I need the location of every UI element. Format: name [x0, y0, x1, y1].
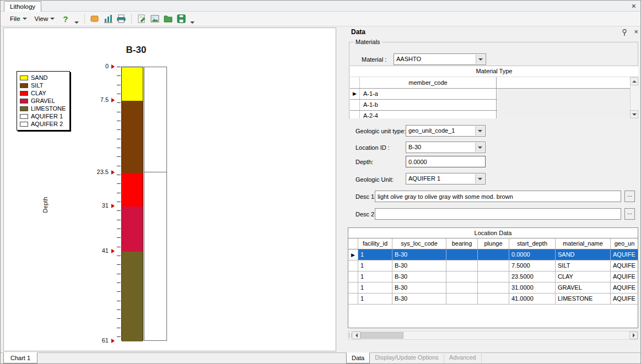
- location-cell: AQUIFE: [611, 282, 638, 293]
- tab-advanced[interactable]: Advanced: [444, 352, 482, 363]
- material-code-cell: A-2-4: [360, 111, 497, 118]
- geologic-unit-combobox[interactable]: AQUIFER 1: [406, 173, 486, 184]
- help-icon[interactable]: ?: [58, 14, 72, 24]
- edit-report-icon[interactable]: [136, 13, 147, 24]
- location-cell: B-30: [392, 271, 446, 282]
- chevron-down-icon[interactable]: [475, 143, 484, 152]
- tab-lithology[interactable]: Lithology: [4, 1, 41, 12]
- file-menu-label: File: [10, 15, 20, 22]
- materials-group-label: Materials: [354, 39, 382, 45]
- material-row[interactable]: A-2-4: [350, 111, 497, 118]
- tab-display-update-options[interactable]: Display/Update Options: [370, 352, 444, 363]
- material-combobox[interactable]: AASHTO: [394, 53, 486, 65]
- location-cell: SILT: [556, 260, 611, 271]
- scroll-down-button[interactable]: [630, 110, 638, 118]
- depth-marker-icon: [111, 170, 115, 175]
- row-selector[interactable]: [350, 111, 360, 118]
- chevron-down-icon[interactable]: [475, 126, 484, 135]
- location-cell: SAND: [556, 249, 611, 260]
- geologic-unit-label: Geologic Unit:: [355, 176, 394, 183]
- location-column-header[interactable]: material_name: [556, 238, 611, 249]
- axis-tick-icon: [117, 220, 121, 220]
- location-cell: [478, 260, 509, 271]
- material-grid-scrollbar[interactable]: [630, 77, 638, 118]
- color-swatch-icon[interactable]: [89, 13, 100, 24]
- location-column-header[interactable]: sys_loc_code: [392, 238, 446, 249]
- location-cell: LIMESTONE: [556, 294, 611, 304]
- title-bar: Lithology ×: [1, 1, 640, 12]
- depth-input[interactable]: [406, 156, 486, 167]
- location-column-header[interactable]: plunge: [478, 238, 509, 249]
- row-selector[interactable]: [350, 100, 360, 110]
- axis-tick-icon: [117, 202, 121, 202]
- scrollbar-thumb[interactable]: [360, 332, 403, 339]
- location-data-row[interactable]: 1B-3031.0000GRAVELAQUIFE: [348, 282, 638, 294]
- material-type-grid: Material Type member_code ▶A-1-aA-1-bA-2…: [350, 66, 638, 118]
- aquifer-boundary-line: [144, 172, 166, 172]
- material-code-cell: A-1-a: [360, 89, 497, 99]
- pin-icon[interactable]: [621, 29, 628, 36]
- location-data-row[interactable]: 1B-3041.0000LIMESTONEAQUIFE: [348, 294, 638, 305]
- toolbar-overflow-icon[interactable]: [72, 14, 81, 24]
- file-menu[interactable]: File: [6, 14, 31, 24]
- material-type-header-row: member_code: [350, 77, 638, 89]
- chevron-down-icon[interactable]: [475, 174, 484, 183]
- material-row[interactable]: A-1-b: [350, 100, 497, 111]
- member-code-column-header[interactable]: member_code: [360, 77, 497, 88]
- location-cell: 0.0000: [509, 249, 556, 260]
- row-selector[interactable]: ▶: [350, 89, 360, 99]
- location-cell: 1: [358, 260, 392, 271]
- desc2-browse-button[interactable]: ...: [624, 208, 635, 220]
- desc2-input[interactable]: [375, 208, 621, 220]
- axis-tick-icon: [117, 193, 121, 193]
- desc2-label: Desc 2:: [355, 211, 376, 218]
- image-icon[interactable]: [149, 13, 160, 24]
- tab-chart-1[interactable]: Chart 1: [3, 352, 37, 363]
- horizontal-scrollbar[interactable]: [348, 331, 638, 340]
- axis-tick-icon: [117, 121, 121, 121]
- panel-close-icon[interactable]: ×: [634, 28, 638, 36]
- row-selector-icon: ▶: [353, 91, 357, 96]
- scrollbar-grip-icon[interactable]: [349, 333, 352, 338]
- axis-tick-icon: [117, 256, 121, 256]
- toolbar-overflow-icon[interactable]: [188, 14, 197, 24]
- open-folder-icon[interactable]: [163, 13, 174, 24]
- scroll-left-button[interactable]: [352, 332, 360, 339]
- save-icon[interactable]: [176, 13, 187, 24]
- axis-tick-icon: [117, 274, 121, 274]
- axis-tick-icon: [117, 166, 121, 166]
- location-id-combobox[interactable]: B-30: [406, 142, 486, 153]
- location-data-row[interactable]: 1B-307.5000SILTAQUIFE: [348, 260, 638, 271]
- desc1-browse-button[interactable]: ...: [624, 191, 635, 202]
- location-column-header[interactable]: geo_un: [611, 238, 638, 249]
- location-header-selector: [348, 238, 358, 249]
- desc1-input[interactable]: [375, 191, 621, 202]
- location-column-header[interactable]: start_depth: [509, 238, 556, 249]
- window-close-button[interactable]: ×: [632, 1, 636, 11]
- chevron-down-icon[interactable]: [476, 55, 485, 64]
- axis-tick-icon: [117, 301, 121, 301]
- geologic-unit-value: AQUIFER 1: [408, 175, 474, 182]
- view-menu[interactable]: View: [31, 14, 59, 24]
- material-row[interactable]: ▶A-1-a: [350, 89, 497, 100]
- bar-chart-icon[interactable]: [103, 13, 114, 24]
- location-cell: B-30: [392, 249, 446, 260]
- depth-tick-label: 23.5: [83, 169, 109, 175]
- location-data-table: Location Data facility_idsys_loc_codebea…: [348, 227, 638, 328]
- print-icon[interactable]: [116, 13, 127, 24]
- depth-marker-icon: [111, 98, 115, 102]
- tab-data[interactable]: Data: [346, 352, 370, 363]
- axis-tick-icon: [117, 229, 121, 229]
- toolbar-separator: [131, 14, 132, 24]
- location-column-header[interactable]: facility_id: [358, 238, 392, 249]
- scroll-right-button[interactable]: [629, 332, 638, 339]
- depth-tick-label: 41: [83, 247, 109, 254]
- location-column-header[interactable]: bearing: [446, 238, 478, 249]
- row-selector: [348, 260, 358, 271]
- axis-tick-icon: [117, 309, 121, 310]
- location-data-row[interactable]: ▶1B-300.0000SANDAQUIFE: [348, 249, 638, 260]
- location-cell: 41.0000: [509, 294, 556, 304]
- location-data-row[interactable]: 1B-3023.5000CLAYAQUIFE: [348, 271, 638, 282]
- scroll-up-button[interactable]: [630, 77, 638, 85]
- geologic-unit-type-combobox[interactable]: geo_unit_code_1: [406, 125, 486, 137]
